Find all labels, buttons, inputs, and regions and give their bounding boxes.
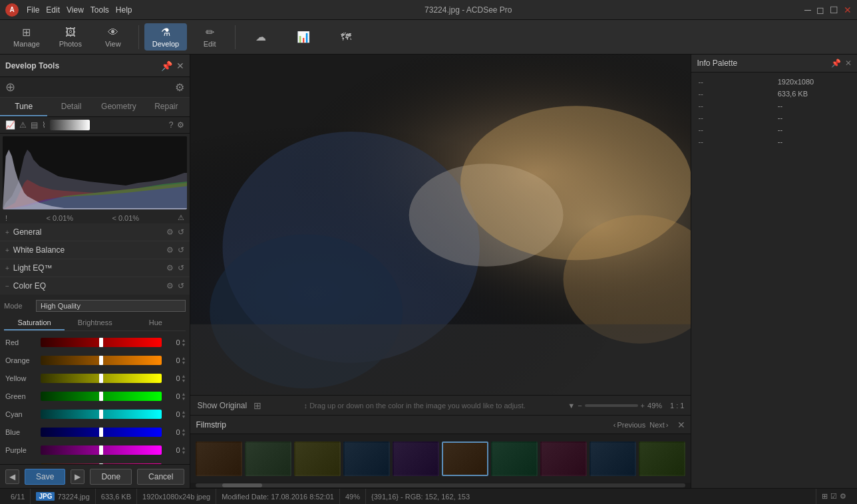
yellow-down[interactable]: ▼ xyxy=(182,378,186,383)
blue-spinner[interactable]: ▲ ▼ xyxy=(182,428,186,437)
green-down[interactable]: ▼ xyxy=(182,396,186,401)
filmstrip-thumb-1[interactable] xyxy=(196,441,242,476)
zoom-minus-icon[interactable]: − xyxy=(578,402,582,410)
zoom-plus-icon[interactable]: + xyxy=(641,402,645,410)
bars-icon[interactable]: ▤ xyxy=(31,120,38,130)
cyan-slider[interactable] xyxy=(41,410,162,419)
green-up[interactable]: ▲ xyxy=(182,392,186,396)
panel-close-btn[interactable]: ✕ xyxy=(176,61,184,71)
section-general-header[interactable]: + General ⚙ ↺ xyxy=(0,223,190,241)
toolbar-extra1[interactable]: ☁ xyxy=(241,28,281,46)
section-ceq-header[interactable]: − Color EQ ⚙ ↺ xyxy=(0,277,190,295)
red-up[interactable]: ▲ xyxy=(182,338,186,342)
yellow-slider[interactable] xyxy=(41,374,162,383)
orange-up[interactable]: ▲ xyxy=(182,356,186,360)
general-settings-icon[interactable]: ⚙ xyxy=(166,227,174,237)
help-icon[interactable]: ? xyxy=(169,120,174,130)
purple-up[interactable]: ▲ xyxy=(182,445,186,450)
view-icon-1[interactable]: ⊞ xyxy=(822,492,828,501)
toolbar-manage[interactable]: ⊞ Manage xyxy=(5,23,48,51)
show-original-button[interactable]: Show Original xyxy=(197,401,247,410)
yellow-spinner[interactable]: ▲ ▼ xyxy=(182,374,186,383)
filmstrip-thumb-2[interactable] xyxy=(245,441,291,476)
color-tab-saturation[interactable]: Saturation xyxy=(4,316,65,330)
section-wb-header[interactable]: + White Balance ⚙ ↺ xyxy=(0,241,190,259)
settings-gear-icon[interactable]: ⚙ xyxy=(175,81,184,94)
section-leq-header[interactable]: + Light EQ™ ⚙ ↺ xyxy=(0,259,190,277)
center-target-icon[interactable]: ⊕ xyxy=(5,80,15,94)
toolbar-extra3[interactable]: 🗺 xyxy=(326,29,366,46)
tab-tune[interactable]: Tune xyxy=(0,98,47,116)
filmstrip-thumb-10[interactable] xyxy=(639,441,685,476)
orange-spinner[interactable]: ▲ ▼ xyxy=(182,356,186,365)
purple-slider[interactable] xyxy=(41,445,162,455)
purple-spinner[interactable]: ▲ ▼ xyxy=(182,445,186,455)
red-spinner[interactable]: ▲ ▼ xyxy=(182,338,186,347)
cyan-up[interactable]: ▲ xyxy=(182,410,186,414)
view-icon-2[interactable]: ☑ xyxy=(830,492,837,501)
mode-select[interactable]: High QualityNormalLow xyxy=(36,300,186,312)
cyan-down[interactable]: ▼ xyxy=(182,414,186,419)
menu-file[interactable]: File xyxy=(27,5,39,15)
tab-repair[interactable]: Repair xyxy=(142,98,190,116)
general-reset-icon[interactable]: ↺ xyxy=(178,227,184,237)
menu-help[interactable]: Help xyxy=(116,5,132,15)
view-icon-3[interactable]: ⚙ xyxy=(840,492,846,501)
filmstrip-scrollbar[interactable] xyxy=(190,483,691,488)
done-button[interactable]: Done xyxy=(90,469,132,485)
leq-settings-icon[interactable]: ⚙ xyxy=(166,263,174,273)
magenta-slider[interactable] xyxy=(41,463,162,464)
red-slider[interactable] xyxy=(41,338,162,347)
expand-icon[interactable]: ⊞ xyxy=(254,400,261,411)
purple-down[interactable]: ▼ xyxy=(182,450,186,455)
tune-settings-icon[interactable]: ⚙ xyxy=(177,120,184,130)
minimize-btn[interactable]: ─ xyxy=(804,5,811,15)
close-btn[interactable]: ✕ xyxy=(844,5,852,15)
filmstrip-thumb-8[interactable] xyxy=(540,441,587,476)
filmstrip-thumb-5[interactable] xyxy=(393,441,439,476)
toolbar-extra2[interactable]: 📊 xyxy=(283,28,323,46)
wb-settings-icon[interactable]: ⚙ xyxy=(166,245,174,255)
menu-edit[interactable]: Edit xyxy=(46,5,60,15)
green-spinner[interactable]: ▲ ▼ xyxy=(182,392,186,401)
filmstrip-thumb-7[interactable] xyxy=(491,441,538,476)
panel-pin-btn[interactable]: 📌 xyxy=(161,61,172,71)
yellow-up[interactable]: ▲ xyxy=(182,374,186,378)
tab-detail[interactable]: Detail xyxy=(47,98,94,116)
zoom-slider[interactable] xyxy=(585,404,638,407)
green-slider[interactable] xyxy=(41,392,162,401)
restore-btn[interactable]: ◻ xyxy=(816,5,824,15)
filmstrip-next-btn[interactable]: Next › xyxy=(649,421,668,429)
blue-down[interactable]: ▼ xyxy=(182,432,186,437)
clipping-left-icon[interactable]: ! xyxy=(5,214,7,222)
cancel-button[interactable]: Cancel xyxy=(137,469,184,485)
zoom-down-icon[interactable]: ▼ xyxy=(568,402,575,410)
filmstrip-thumb-3[interactable] xyxy=(294,441,341,476)
filmstrip-thumb-4[interactable] xyxy=(343,441,390,476)
info-pin-icon[interactable]: 📌 xyxy=(831,59,841,68)
filmstrip-thumb-6[interactable] xyxy=(442,441,488,476)
red-down[interactable]: ▼ xyxy=(182,342,186,347)
ceq-settings-icon[interactable]: ⚙ xyxy=(166,281,174,291)
menu-view[interactable]: View xyxy=(67,5,84,15)
next-arrow[interactable]: ▶ xyxy=(71,469,85,484)
tab-geometry[interactable]: Geometry xyxy=(95,98,142,116)
blue-up[interactable]: ▲ xyxy=(182,428,186,432)
panel-scroll[interactable]: + General ⚙ ↺ + White Balance xyxy=(0,223,190,464)
blue-slider[interactable] xyxy=(41,428,162,437)
orange-slider[interactable] xyxy=(41,356,162,365)
info-close-icon[interactable]: ✕ xyxy=(845,59,852,68)
toolbar-photos[interactable]: 🖼 Photos xyxy=(51,24,90,51)
warning-icon[interactable]: ⚠ xyxy=(19,120,27,130)
save-button[interactable]: Save xyxy=(25,469,65,485)
ceq-reset-icon[interactable]: ↺ xyxy=(178,281,184,291)
prev-arrow[interactable]: ◀ xyxy=(5,469,19,484)
leq-reset-icon[interactable]: ↺ xyxy=(178,263,184,273)
color-tab-brightness[interactable]: Brightness xyxy=(65,316,125,330)
scroll-thumb[interactable] xyxy=(222,483,262,487)
histogram-icon[interactable]: 📈 xyxy=(5,120,15,130)
menu-tools[interactable]: Tools xyxy=(90,5,109,15)
maximize-btn[interactable]: ☐ xyxy=(830,5,838,15)
orange-down[interactable]: ▼ xyxy=(182,360,186,365)
color-tab-hue[interactable]: Hue xyxy=(125,316,186,330)
